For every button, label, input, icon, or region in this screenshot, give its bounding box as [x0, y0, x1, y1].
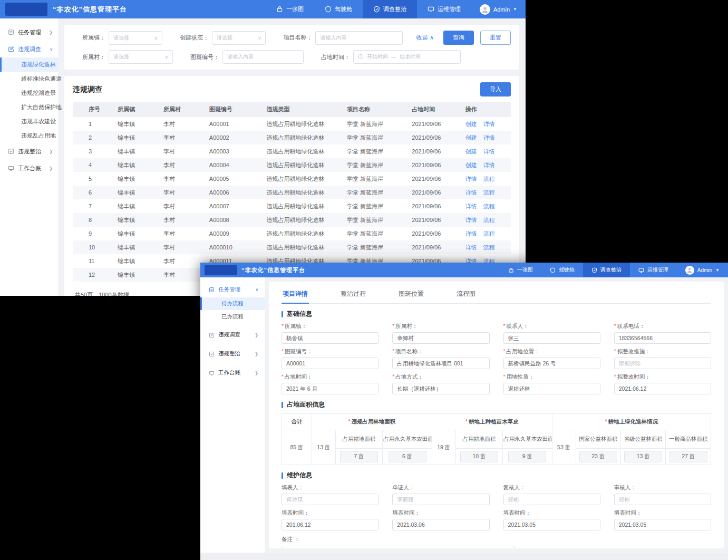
nav-one-map[interactable]: 一张图 — [500, 263, 541, 277]
action-link[interactable]: 流程 — [483, 244, 495, 250]
area-value-box[interactable]: 13 亩 — [624, 451, 662, 462]
area-value-box[interactable]: 23 亩 — [579, 451, 617, 462]
sidebar-subitem[interactable]: 违规乱占用地 — [0, 129, 58, 143]
reset-button[interactable]: 重置 — [480, 31, 511, 45]
field-input[interactable]: 郑彬 — [614, 494, 711, 505]
section-bar — [282, 402, 283, 408]
nav-cockpit[interactable]: 驾驶舱 — [541, 263, 583, 277]
action-link[interactable]: 流程 — [483, 203, 495, 209]
tab-flowchart[interactable]: 流程图 — [455, 286, 477, 304]
status-select[interactable]: 请选择∨ — [212, 31, 266, 45]
action-link[interactable]: 流程 — [483, 189, 495, 196]
field-input[interactable]: 2021.03.05 — [614, 519, 711, 530]
field-input[interactable]: 李丽丽 — [392, 494, 489, 505]
field-input[interactable]: 章卿村 — [392, 332, 489, 344]
action-link[interactable]: 详情 — [465, 189, 477, 196]
area-value-box[interactable]: 27 亩 — [669, 451, 707, 462]
sidebar-subitem-todo[interactable]: 待办流程 — [200, 297, 265, 310]
sidebar-item-survey[interactable]: 违规调查 ❯ — [200, 328, 265, 342]
area-value-box[interactable]: 6 亩 — [389, 451, 426, 462]
sidebar-subitem[interactable]: 违规挖湖造景 — [0, 86, 58, 100]
action-link[interactable]: 流程 — [483, 230, 495, 237]
action-link[interactable]: 详情 — [483, 121, 495, 127]
nav-cockpit[interactable]: 驾驶舱 — [314, 0, 363, 18]
tab-project-detail[interactable]: 项目详情 — [282, 286, 309, 304]
date-range-input[interactable]: 开始时间 — 结束时间 — [353, 50, 461, 64]
field-input[interactable]: 2021.03.05 — [503, 519, 600, 530]
sidebar-item-tasks[interactable]: 任务管理 ❯ — [0, 24, 58, 41]
field-input[interactable]: 占用耕地绿化造林项目 001 — [392, 358, 489, 369]
field-label-text: 占用地位置： — [507, 348, 540, 354]
sidebar-item-rectify[interactable]: 违规整治 ❯ — [0, 143, 58, 160]
action-link[interactable]: 详情 — [483, 162, 495, 168]
action-link[interactable]: 详情 — [465, 217, 477, 223]
nav-survey-rectify[interactable]: 调查整治 — [583, 263, 630, 277]
violation-table: 序号所属镇所属村图斑编号违规类型项目名称占地时间操作 1锦丰镇李村A00001违… — [73, 102, 511, 282]
field-input[interactable]: 2021 年 6 月 — [282, 383, 378, 394]
field-input[interactable]: 何诗琪 — [282, 494, 378, 505]
field-input[interactable]: 新桥镇民益路 26 号 — [503, 358, 600, 369]
sidebar-item-ledger[interactable]: 工作台账 ❯ — [200, 366, 265, 380]
sidebar-subitem[interactable]: 扩大自然保护地 — [0, 100, 58, 114]
field-input[interactable]: 18336564566 — [614, 332, 711, 344]
sidebar-item-survey[interactable]: 违规调查 ∨ — [0, 41, 58, 57]
sidebar-subitem-done[interactable]: 已办流程 — [200, 311, 265, 323]
remark-textarea[interactable]: 这里是备注信息这里是备注信息这里是备注信息这里是备注信息 — [282, 546, 515, 548]
nav-label: 调查整治 — [600, 266, 622, 274]
nav-one-map[interactable]: 一张图 — [266, 0, 314, 18]
project-name-input[interactable]: 请输入内容 — [315, 31, 402, 45]
nav-ops-management[interactable]: 运维管理 — [630, 263, 677, 277]
tab-rectify-process[interactable]: 整治过程 — [339, 286, 367, 304]
import-button[interactable]: 导入 — [480, 82, 511, 96]
field-input[interactable]: 长期（退耕还林） — [392, 383, 489, 394]
field-input[interactable]: 201.06.12 — [282, 519, 378, 530]
cell-project-name: 学堂 新蓝海岸 — [343, 213, 407, 227]
area-value-box[interactable]: 9 亩 — [508, 451, 546, 462]
cell-occupy-date: 2021/09/06 — [407, 227, 461, 240]
sidebar-item-tasks[interactable]: 任务管理 ∨ — [200, 283, 265, 296]
nav-survey-rectify[interactable]: 调查整治 — [363, 0, 417, 18]
nav-ops-management[interactable]: 运维管理 — [417, 0, 471, 18]
action-link[interactable]: 创建 — [465, 148, 477, 155]
action-link[interactable]: 流程 — [483, 217, 495, 223]
user-menu[interactable]: Admin ▼ — [677, 266, 728, 275]
select-placeholder: 请选择 — [113, 53, 129, 61]
action-link[interactable]: 详情 — [483, 148, 495, 155]
area-value-box[interactable]: 7 亩 — [340, 451, 378, 462]
field-input[interactable]: 2021.06.12 — [614, 383, 711, 394]
action-link[interactable]: 详情 — [465, 244, 477, 250]
column-header: 图斑编号 — [205, 102, 263, 117]
action-link[interactable]: 创建 — [465, 134, 477, 141]
sidebar-subitem[interactable]: 违规非农建设 — [0, 114, 58, 129]
field-input[interactable]: 限期拆除 — [614, 358, 711, 369]
field-input[interactable]: 郑彬 — [503, 494, 600, 505]
field-label-text: 所属镇： — [285, 323, 307, 329]
field-label: *联系人： — [503, 323, 600, 330]
action-link[interactable]: 创建 — [465, 162, 477, 168]
plot-code-input[interactable]: 请输入内容 — [222, 50, 304, 64]
action-link[interactable]: 详情 — [483, 134, 495, 141]
sidebar-subitem[interactable]: 违规绿化造林 — [0, 57, 58, 72]
village-select[interactable]: 请选择∨ — [109, 50, 173, 64]
action-link[interactable]: 详情 — [465, 230, 477, 237]
area-subheader-row: 85 亩13 亩占用耕地面积占用永久基本农田面积19 亩占用耕地面积占用永久基本… — [282, 430, 711, 449]
area-value-box[interactable]: 10 亩 — [460, 451, 498, 462]
tab-plot-location[interactable]: 图斑位置 — [397, 286, 425, 304]
action-link[interactable]: 流程 — [483, 176, 495, 182]
field-input[interactable]: 退耕还林 — [503, 383, 600, 394]
sidebar-subitem[interactable]: 超标准绿色通道 — [0, 72, 58, 86]
sidebar-item-rectify[interactable]: 违规整治 ❯ — [200, 347, 265, 361]
nav-label: 运维管理 — [647, 266, 668, 274]
field-input[interactable]: A00001 — [282, 358, 378, 369]
collapse-toggle[interactable]: 收起 ∧ — [416, 34, 434, 42]
user-menu[interactable]: Admin ▼ — [471, 4, 526, 15]
field-input[interactable]: 张三 — [503, 332, 600, 344]
field-input[interactable]: 杨舍镇 — [282, 332, 378, 344]
field-input[interactable]: 2021.03.06 — [392, 519, 489, 530]
action-link[interactable]: 创建 — [465, 121, 477, 127]
action-link[interactable]: 详情 — [465, 176, 477, 182]
search-button[interactable]: 查询 — [443, 31, 474, 45]
town-select[interactable]: 请选择∨ — [109, 31, 162, 45]
sidebar-item-ledger[interactable]: 工作台账 ❯ — [0, 160, 58, 177]
action-link[interactable]: 详情 — [465, 203, 477, 209]
